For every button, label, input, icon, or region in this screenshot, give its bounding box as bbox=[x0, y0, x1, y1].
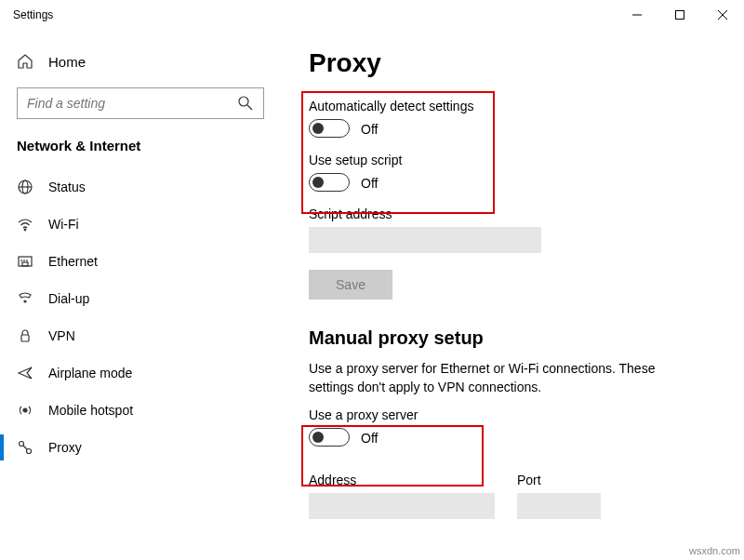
auto-detect-toggle[interactable] bbox=[309, 119, 350, 138]
sidebar-item-label: Ethernet bbox=[48, 254, 98, 269]
svg-point-9 bbox=[24, 229, 26, 231]
search-input[interactable] bbox=[27, 96, 228, 111]
address-input bbox=[309, 493, 495, 519]
svg-point-17 bbox=[23, 408, 27, 412]
search-icon bbox=[237, 95, 254, 112]
hotspot-icon bbox=[17, 402, 33, 419]
ethernet-icon bbox=[17, 253, 33, 270]
window-controls bbox=[616, 0, 744, 30]
auto-detect-label: Automatically detect settings bbox=[309, 99, 720, 113]
script-address-label: Script address bbox=[309, 207, 720, 221]
svg-rect-1 bbox=[676, 11, 684, 20]
address-label: Address bbox=[309, 473, 495, 487]
svg-rect-11 bbox=[22, 262, 28, 266]
watermark: wsxdn.com bbox=[689, 545, 740, 556]
manual-description: Use a proxy server for Ethernet or Wi-Fi… bbox=[309, 360, 699, 396]
use-proxy-state: Off bbox=[361, 430, 378, 446]
home-label: Home bbox=[48, 54, 86, 70]
auto-detect-state: Off bbox=[361, 121, 378, 137]
dialup-icon bbox=[17, 290, 33, 307]
page-title: Proxy bbox=[309, 48, 720, 78]
search-box[interactable] bbox=[17, 87, 264, 119]
category-header: Network & Internet bbox=[0, 138, 281, 168]
setup-script-toggle[interactable] bbox=[309, 173, 350, 192]
sidebar-item-label: Wi-Fi bbox=[48, 217, 79, 232]
svg-rect-10 bbox=[19, 257, 32, 266]
close-button[interactable] bbox=[701, 0, 744, 30]
sidebar-item-airplane[interactable]: Airplane mode bbox=[0, 354, 281, 392]
sidebar-item-label: Proxy bbox=[48, 440, 82, 455]
port-input bbox=[517, 493, 601, 519]
wifi-icon bbox=[17, 216, 33, 233]
sidebar-item-label: Airplane mode bbox=[48, 366, 132, 380]
svg-line-20 bbox=[23, 446, 27, 449]
sidebar-item-label: VPN bbox=[48, 328, 75, 343]
sidebar-item-dialup[interactable]: Dial-up bbox=[0, 280, 281, 317]
svg-point-4 bbox=[239, 97, 248, 106]
proxy-icon bbox=[17, 439, 33, 456]
setup-script-label: Use setup script bbox=[309, 153, 720, 167]
sidebar-item-status[interactable]: Status bbox=[0, 168, 281, 206]
manual-heading: Manual proxy setup bbox=[309, 327, 720, 349]
setup-script-state: Off bbox=[361, 175, 378, 191]
globe-icon bbox=[17, 179, 33, 195]
sidebar-home[interactable]: Home bbox=[0, 43, 281, 80]
sidebar-item-wifi[interactable]: Wi-Fi bbox=[0, 206, 281, 243]
home-icon bbox=[17, 53, 33, 70]
svg-line-5 bbox=[247, 105, 252, 110]
use-proxy-toggle[interactable] bbox=[309, 428, 350, 447]
svg-point-19 bbox=[27, 449, 32, 454]
svg-rect-16 bbox=[21, 335, 29, 341]
sidebar-item-label: Status bbox=[48, 180, 86, 194]
sidebar-item-vpn[interactable]: VPN bbox=[0, 317, 281, 354]
port-label: Port bbox=[517, 473, 601, 487]
minimize-button[interactable] bbox=[616, 0, 658, 30]
main-content: Proxy Automatically detect settings Off … bbox=[281, 30, 744, 560]
sidebar-item-hotspot[interactable]: Mobile hotspot bbox=[0, 392, 281, 429]
sidebar-item-ethernet[interactable]: Ethernet bbox=[0, 243, 281, 280]
use-proxy-label: Use a proxy server bbox=[309, 407, 720, 422]
script-address-input bbox=[309, 227, 541, 253]
vpn-icon bbox=[17, 327, 33, 344]
airplane-icon bbox=[17, 365, 33, 381]
sidebar-item-proxy[interactable]: Proxy bbox=[0, 429, 281, 466]
svg-point-15 bbox=[24, 300, 26, 302]
sidebar-item-label: Mobile hotspot bbox=[48, 403, 133, 418]
svg-point-18 bbox=[20, 442, 24, 447]
sidebar-item-label: Dial-up bbox=[48, 291, 89, 306]
sidebar: Home Network & Internet Status Wi-Fi bbox=[0, 30, 281, 560]
maximize-button[interactable] bbox=[658, 0, 701, 30]
titlebar: Settings bbox=[0, 0, 744, 30]
save-button: Save bbox=[309, 270, 392, 300]
window-title: Settings bbox=[13, 8, 53, 21]
